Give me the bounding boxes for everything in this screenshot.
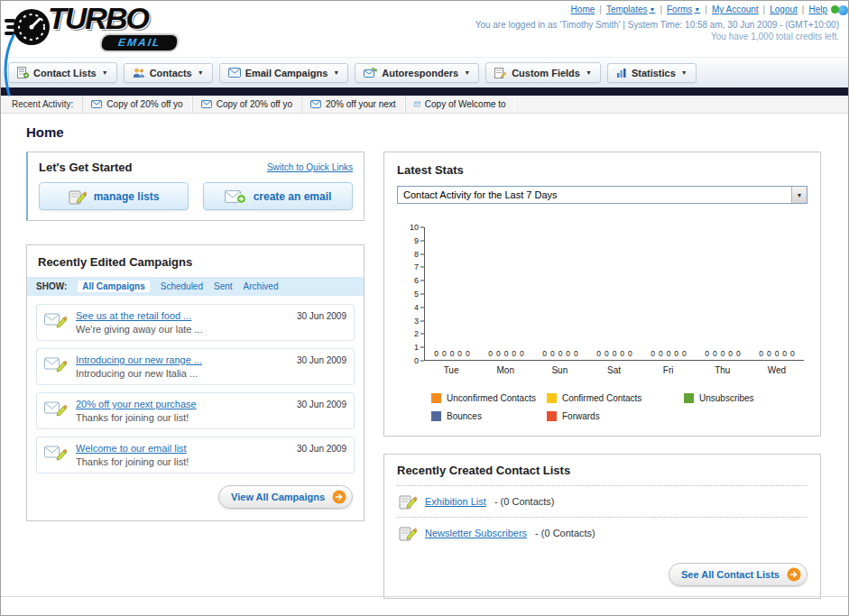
- contact-list-count: - (0 Contacts): [494, 496, 555, 507]
- nav-tab-contact-lists[interactable]: Contact Lists▼: [8, 62, 117, 83]
- nav-tab-contacts[interactable]: Contacts▼: [124, 63, 213, 83]
- see-all-contact-lists-button[interactable]: See All Contact Lists: [669, 563, 807, 586]
- contact-list-row[interactable]: Exhibition List - (0 Contacts): [397, 485, 807, 517]
- nav-tab-statistics[interactable]: Statistics▼: [607, 63, 697, 83]
- page-title: Home: [26, 124, 821, 140]
- legend-item: Unconfirmed Contacts: [431, 393, 547, 403]
- filter-all-campaigns[interactable]: All Campaigns: [78, 280, 149, 292]
- separator: |: [763, 5, 766, 14]
- legend-item: Confirmed Contacts: [547, 393, 684, 403]
- link-forms[interactable]: Forms▼: [667, 5, 700, 14]
- recent-activity-item[interactable]: Copy of 20% off yo: [82, 96, 191, 113]
- create-email-button[interactable]: create an email: [203, 182, 353, 210]
- campaign-subtitle: Thanks for joining our list!: [76, 456, 289, 467]
- app-logo: TURBO EMAIL: [5, 3, 179, 52]
- recent-contact-lists-panel: Recently Created Contact Lists Exhibitio…: [383, 454, 821, 599]
- recent-activity-item[interactable]: Copy of Welcome to: [405, 96, 515, 113]
- link-home[interactable]: Home: [571, 5, 595, 14]
- chart-x-labels: TueMonSunSatFriThuWed: [424, 365, 804, 375]
- chevron-down-icon: ▼: [198, 69, 204, 76]
- right-column: Latest Stats Contact Activity for the La…: [383, 152, 821, 599]
- footer-divider: [1, 596, 848, 597]
- contact-list-link[interactable]: Newsletter Subscribers: [425, 528, 527, 538]
- filter-scheduled[interactable]: Scheduled: [161, 281, 203, 291]
- chart-legend: Unconfirmed Contacts Confirmed Contacts …: [431, 393, 807, 421]
- chart-value-group: 00000: [479, 349, 533, 360]
- separator: |: [660, 5, 662, 14]
- campaign-row[interactable]: 20% off your next purchase Thanks for jo…: [36, 392, 355, 429]
- recent-activity-label: Recent Activity:: [12, 99, 73, 109]
- legend-swatch: [431, 411, 441, 421]
- campaign-row[interactable]: See us at the retail food ... We're givi…: [36, 304, 355, 341]
- campaign-link[interactable]: 20% off your next purchase: [76, 399, 289, 409]
- legend-swatch: [547, 393, 557, 403]
- left-column: Let's Get Started Switch to Quick Links …: [26, 152, 365, 521]
- campaign-date: 30 Jun 2009: [297, 355, 346, 365]
- campaign-link[interactable]: See us at the retail food ...: [76, 310, 289, 321]
- recent-activity-item[interactable]: 20% off your next: [301, 96, 405, 113]
- recent-activity-bar: Recent Activity: Copy of 20% off yo Copy…: [1, 96, 848, 114]
- campaign-date: 30 Jun 2009: [297, 400, 346, 409]
- chart-value-group: 00000: [587, 349, 641, 360]
- link-my-account[interactable]: My Account: [712, 5, 759, 14]
- login-info: You are logged in as 'Timothy Smith' | S…: [475, 20, 839, 30]
- filter-archived[interactable]: Archived: [244, 281, 279, 291]
- nav-tab-autoresponders[interactable]: Autoresponders▼: [355, 63, 479, 83]
- envelope-plus-icon: [225, 189, 246, 204]
- campaign-date: 30 Jun 2009: [297, 311, 346, 321]
- stats-chart: 012345678910 000000000000000000000000000…: [397, 227, 807, 375]
- separator: |: [599, 5, 602, 14]
- logo-email: EMAIL: [99, 33, 180, 52]
- contact-list-link[interactable]: Exhibition List: [425, 496, 486, 507]
- contacts-icon: [133, 68, 145, 78]
- top-links: Home | Templates▼ | Forms▼ | My Account …: [571, 5, 839, 14]
- chart-x-label: Thu: [696, 365, 750, 375]
- campaigns-filter-bar: SHOW: All Campaigns Scheduled Sent Archi…: [27, 277, 364, 296]
- chart-x-label: Wed: [750, 365, 804, 375]
- manage-lists-button[interactable]: manage lists: [39, 182, 189, 210]
- envelope-icon: [201, 100, 212, 108]
- link-templates[interactable]: Templates▼: [606, 5, 656, 14]
- main-content: Home Let's Get Started Switch to Quick L…: [1, 114, 848, 599]
- filter-sent[interactable]: Sent: [214, 281, 233, 291]
- decor-swoosh: [1, 33, 19, 97]
- campaign-link[interactable]: Introducing our new range ...: [76, 354, 289, 365]
- chart-value-group: 00000: [696, 349, 750, 360]
- switch-quick-links[interactable]: Switch to Quick Links: [267, 162, 353, 172]
- legend-swatch: [547, 411, 557, 421]
- link-help[interactable]: Help: [808, 5, 839, 14]
- chart-y-axis: 012345678910: [401, 227, 424, 361]
- chart-x-label: Tue: [424, 365, 478, 375]
- contact-list-row[interactable]: Newsletter Subscribers - (0 Contacts): [397, 517, 807, 548]
- stats-title: Latest Stats: [397, 163, 464, 177]
- pencil-icon: [399, 525, 417, 541]
- chevron-down-icon: ▼: [464, 69, 470, 76]
- legend-item: Forwards: [547, 411, 684, 421]
- chart-x-label: Fri: [641, 365, 696, 375]
- show-label: SHOW:: [36, 281, 67, 291]
- view-all-campaigns-button[interactable]: View All Campaigns: [218, 485, 353, 509]
- nav-tab-email-campaigns[interactable]: Email Campaigns▼: [219, 63, 349, 83]
- nav-tab-custom-fields[interactable]: Custom Fields▼: [485, 62, 601, 83]
- envelope-pencil-icon: [44, 310, 68, 328]
- app-window: TURBO EMAIL Home | Templates▼ | Forms▼ |…: [0, 0, 849, 616]
- nav-divider-bar: [1, 87, 848, 96]
- envelope-pencil-icon: [44, 443, 68, 461]
- chevron-down-icon: ▼: [333, 69, 339, 76]
- legend-swatch: [431, 393, 441, 403]
- get-started-panel: Let's Get Started Switch to Quick Links …: [26, 152, 365, 221]
- chart-value-group: 00000: [641, 349, 696, 360]
- chevron-down-icon: ▼: [681, 69, 688, 76]
- credits-info: You have 1,000 total credits left.: [711, 32, 839, 41]
- link-logout[interactable]: Logout: [770, 5, 798, 14]
- stats-range-select[interactable]: Contact Activity for the Last 7 Days ▼: [397, 186, 807, 204]
- contact-lists-title: Recently Created Contact Lists: [397, 464, 807, 485]
- envelope-pencil-icon: [44, 399, 68, 417]
- campaigns-title: Recently Edited Campaigns: [27, 245, 364, 277]
- recent-activity-item[interactable]: Copy of 20% off yo: [192, 96, 301, 113]
- separator: |: [802, 5, 805, 14]
- campaign-row[interactable]: Welcome to our email list Thanks for joi…: [36, 437, 355, 473]
- arrow-right-icon: [332, 490, 346, 504]
- campaign-link[interactable]: Welcome to our email list: [76, 443, 289, 454]
- campaign-row[interactable]: Introducing our new range ... Introducin…: [36, 348, 355, 385]
